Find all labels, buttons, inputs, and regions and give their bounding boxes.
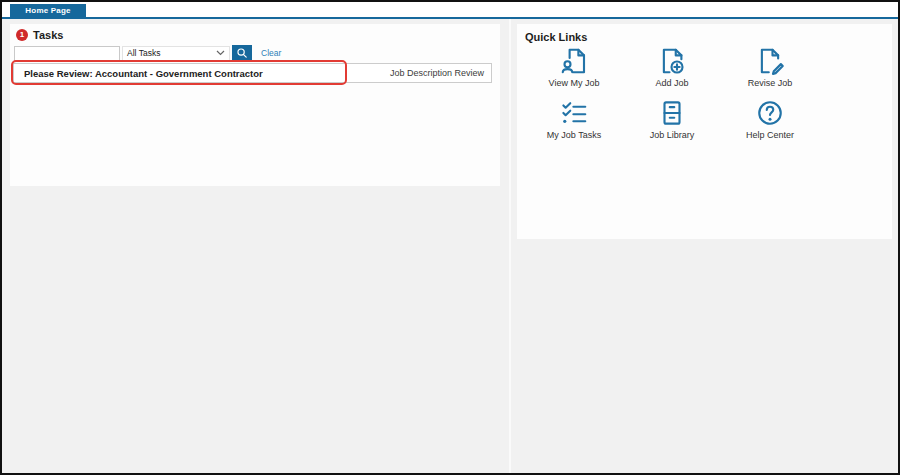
quick-links-panel: Quick Links View My Job Add Job	[517, 24, 892, 239]
app-window: Home Page 1 Tasks All Tasks Clear	[0, 0, 900, 475]
cabinet-icon	[657, 98, 687, 128]
quick-links-title: Quick Links	[525, 31, 587, 43]
quick-link-label: Add Job	[655, 78, 688, 88]
quick-link-my-job-tasks[interactable]: My Job Tasks	[525, 97, 623, 148]
quick-link-label: My Job Tasks	[547, 130, 601, 140]
tasks-header: 1 Tasks	[16, 29, 63, 41]
quick-links-grid: View My Job Add Job Revise Job	[525, 45, 819, 148]
quick-link-job-library[interactable]: Job Library	[623, 97, 721, 148]
tasks-panel: 1 Tasks All Tasks Clear Please Review: A…	[10, 24, 500, 186]
clear-link[interactable]: Clear	[261, 48, 281, 58]
task-row-title: Please Review: Accountant - Government C…	[14, 68, 263, 79]
chevron-down-icon	[216, 50, 225, 56]
task-filter-value: All Tasks	[127, 48, 160, 58]
document-person-icon	[559, 46, 589, 76]
quick-link-label: Job Library	[650, 130, 695, 140]
tasks-search-row: All Tasks Clear	[14, 44, 281, 62]
quick-link-add-job[interactable]: Add Job	[623, 45, 721, 96]
quick-link-revise-job[interactable]: Revise Job	[721, 45, 819, 96]
accent-divider	[2, 17, 898, 19]
quick-link-help-center[interactable]: Help Center	[721, 97, 819, 148]
quick-link-label: Revise Job	[748, 78, 793, 88]
tasks-title: Tasks	[33, 29, 63, 41]
task-filter-select[interactable]: All Tasks	[122, 46, 230, 61]
task-row[interactable]: Please Review: Accountant - Government C…	[13, 63, 492, 83]
checklist-icon	[559, 98, 589, 128]
task-row-type: Job Description Review	[390, 68, 491, 78]
column-divider	[509, 19, 511, 473]
document-pencil-icon	[755, 46, 785, 76]
search-icon	[236, 47, 248, 59]
quick-link-view-my-job[interactable]: View My Job	[525, 45, 623, 96]
quick-link-label: View My Job	[549, 78, 600, 88]
question-circle-icon	[755, 98, 785, 128]
tab-home-page[interactable]: Home Page	[10, 4, 86, 17]
document-plus-icon	[657, 46, 687, 76]
tab-bar: Home Page	[2, 2, 898, 17]
task-search-input[interactable]	[14, 46, 120, 61]
quick-link-label: Help Center	[746, 130, 794, 140]
tasks-count-badge: 1	[16, 29, 28, 41]
search-button[interactable]	[232, 45, 252, 62]
